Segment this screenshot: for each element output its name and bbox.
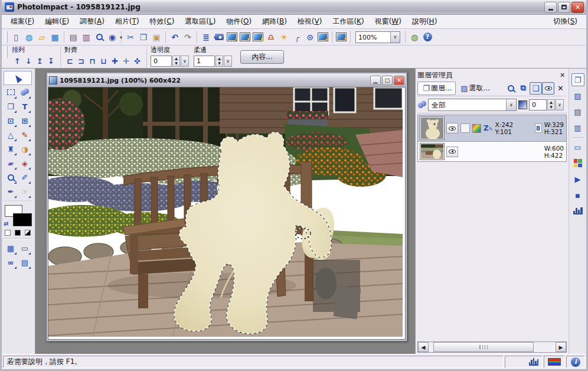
transparency-spinner[interactable]: ▲▼ [172, 56, 180, 67]
align-right-icon[interactable]: ⊐ [76, 56, 87, 66]
tab-layers[interactable]: ❐ 圖層... [417, 82, 456, 95]
analysis-icon[interactable]: ▮ [252, 31, 264, 43]
zoom-dropdown-icon[interactable]: ∨ [390, 32, 400, 43]
layer-visibility-button[interactable] [446, 123, 458, 134]
selection-manager-icon[interactable]: ▨ [571, 89, 584, 102]
scroll-right-icon[interactable]: ▶ [556, 342, 566, 352]
delete-layer-icon[interactable]: ✕ [554, 82, 567, 95]
eyedropper-tool[interactable]: ✐ [18, 170, 32, 184]
3d-object-tool[interactable] [18, 85, 32, 99]
center-horizontal-icon[interactable]: ✚ [109, 56, 120, 66]
bring-forward-icon[interactable]: ↑ [12, 56, 23, 66]
eraser-tool[interactable]: ▰ [4, 156, 18, 170]
layer-mask-button[interactable] [460, 123, 470, 133]
zoom-tool[interactable] [4, 170, 18, 184]
layer-manager-icon[interactable]: ❐ [571, 73, 584, 86]
screen-capture-icon[interactable]: ↘ [226, 31, 238, 43]
doc-maximize-button[interactable]: □ [382, 76, 393, 85]
doc-close-button[interactable]: ✕ [394, 76, 404, 85]
layer-opacity-spinner[interactable]: ▲▼ [547, 99, 555, 110]
menu-相片[interactable]: 相片(T) [110, 15, 145, 28]
menu-檔案[interactable]: 檔案(F) [5, 15, 40, 28]
brightness-icon[interactable]: ☀ [278, 31, 290, 43]
combo-dropdown-icon[interactable]: ∨ [506, 99, 516, 110]
minimize-button[interactable] [544, 2, 557, 13]
soft-edge-input[interactable]: 1 [194, 56, 215, 67]
rgb-channels-icon[interactable] [548, 358, 561, 366]
menu-工作區[interactable]: 工作區(K) [327, 15, 369, 28]
zoom-combo[interactable]: 100%∨ [355, 31, 400, 43]
menu-檢視[interactable]: 檢視(V) [292, 15, 328, 28]
share-web-icon[interactable]: ◍ [409, 31, 420, 43]
histogram-panel-icon[interactable] [571, 204, 584, 217]
path-tool[interactable]: ❒ [4, 99, 18, 113]
browse-manager-icon[interactable]: ▭ [571, 141, 584, 154]
properties-button[interactable]: 內容... [240, 50, 284, 64]
maximize-button[interactable] [558, 2, 570, 13]
grid-tool[interactable]: ▦ [4, 241, 18, 255]
menu-編輯[interactable]: 編輯(E) [40, 15, 74, 28]
scrollbar-thumb[interactable] [433, 342, 534, 352]
stereo-tool[interactable]: ∞ [4, 255, 18, 269]
link-icon[interactable]: 8 [535, 123, 542, 133]
text-tool[interactable]: T [18, 99, 32, 113]
panel-close-icon[interactable]: ✕ [558, 71, 567, 80]
swap-colors-icon[interactable]: ⇄ [4, 220, 8, 227]
menu-選取區[interactable]: 選取區(L) [179, 15, 221, 28]
quick-fix-icon[interactable]: ✦ [239, 31, 251, 43]
center-vertical-icon[interactable]: ✛ [120, 56, 132, 66]
camera-icon[interactable] [213, 31, 225, 43]
vignette-icon[interactable]: ⊙ [304, 31, 316, 43]
transparency-input[interactable]: 0 [151, 56, 172, 67]
menu-特效[interactable]: 特效(C) [145, 15, 180, 28]
swatch-mixed[interactable] [25, 230, 31, 236]
menu-說明[interactable]: 說明(H) [407, 15, 442, 28]
white-balance-icon[interactable]: ♎ [265, 31, 277, 43]
selection-tool[interactable] [4, 85, 18, 99]
send-to-back-icon[interactable]: ↧ [45, 56, 57, 66]
layer-filter-combo[interactable]: 全部 ∨ [428, 99, 517, 111]
align-left-icon[interactable]: ⊏ [64, 56, 76, 66]
help-icon[interactable]: ? [422, 31, 433, 43]
menu-調整[interactable]: 調整(A) [74, 15, 110, 28]
browse-icon[interactable]: ◉ [106, 31, 118, 43]
info-icon[interactable]: i [571, 357, 580, 367]
toolbar-grip[interactable] [5, 31, 8, 43]
gradient-swatch[interactable] [518, 100, 527, 109]
layer-visibility-button[interactable] [446, 147, 458, 157]
histogram-icon[interactable] [529, 359, 538, 366]
menu-物件[interactable]: 物件(O) [221, 15, 257, 28]
macro-panel-icon[interactable]: ▶ [571, 173, 584, 186]
component-designer-icon[interactable] [571, 157, 584, 170]
pick-object-tool[interactable]: ☞ [18, 184, 32, 198]
toggle-visibility-icon[interactable] [542, 82, 554, 95]
frame-tool[interactable]: ▭ [18, 241, 32, 255]
close-button[interactable]: ✕ [571, 2, 584, 13]
new-web-icon[interactable]: ◍ [23, 31, 35, 43]
menu-視窗[interactable]: 視窗(W) [370, 15, 407, 28]
menu-switch[interactable]: 切換(S) [548, 15, 583, 28]
zoom-thumbnail-icon[interactable] [505, 82, 517, 95]
object-library-icon[interactable]: ▤ [571, 105, 584, 118]
menu-網路[interactable]: 網路(B) [257, 15, 292, 28]
pick-tool[interactable] [4, 71, 32, 85]
cascade-layers-icon[interactable]: ⧉ [517, 82, 530, 95]
copy-icon[interactable]: ❐ [138, 31, 149, 43]
transform-tool[interactable]: ⊞ [18, 113, 32, 128]
toggle-layers-view-icon[interactable]: ❑ [530, 82, 542, 95]
title-bar[interactable]: PhotoImpact - 1095819121.jpg ✕ [2, 0, 586, 15]
swatch-black[interactable] [15, 230, 21, 236]
retouch-tool[interactable]: ◑ [18, 142, 32, 156]
horizontal-scrollbar[interactable]: ◀ ▶ [417, 341, 567, 353]
align-bottom-icon[interactable]: ⊔ [98, 56, 109, 66]
layer-opacity-input[interactable]: 0 [529, 99, 547, 110]
image-canvas[interactable] [48, 87, 406, 340]
crop-tool[interactable]: ⊡ [4, 113, 18, 128]
undo-icon[interactable]: ↶ [169, 31, 181, 43]
swatch-white[interactable] [5, 230, 11, 236]
scroll-left-icon[interactable]: ◀ [418, 342, 429, 352]
soft-edge-slider-button[interactable]: ∨ [224, 56, 232, 67]
layer-row-object[interactable]: Z✎ X:242 Y:101 8 W:329 H:321 [418, 115, 566, 142]
scanner-icon[interactable]: ≣ [200, 31, 212, 43]
document-manager-icon[interactable]: ▥ [571, 121, 584, 134]
